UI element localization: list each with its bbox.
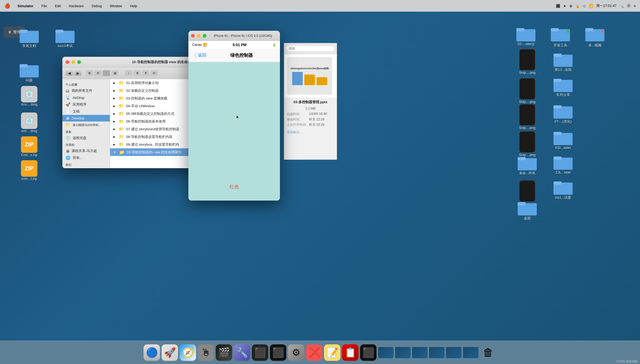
desktop-icon-wenti[interactable]: 问题 — [16, 62, 42, 83]
apple-menu-icon[interactable]: 🍎 — [4, 3, 10, 9]
dock-item-finder[interactable]: 🔵 — [144, 344, 160, 361]
desktop-icon-ios1-test[interactable]: ios1...试题 — [550, 179, 576, 200]
dock-item-desktop3[interactable] — [412, 347, 427, 358]
sidebar-item-tag-red[interactable]: 🔴 红色 — [62, 167, 110, 168]
menubar-file[interactable]: File — [40, 3, 49, 8]
window-minimize-btn[interactable] — [71, 60, 75, 64]
dock-item-quicktime[interactable]: 🎬 — [216, 344, 232, 361]
dock-item-paste[interactable]: 📋 — [342, 344, 358, 361]
folder-icon-3: 📁 — [119, 103, 124, 109]
sidebar-item-heima[interactable]: 📁 第13期黑马iOS学科... — [62, 122, 110, 128]
icon-label-zjl: ZJL...etail — [556, 170, 570, 174]
sidebar-item-apps[interactable]: 🚀 应用程序 — [62, 101, 110, 108]
desktop-icon-ksi[interactable]: KSI...aster — [550, 130, 576, 150]
dock-item-terminal2[interactable]: ⬛ — [360, 344, 377, 361]
lock-icon[interactable]: 🔒 — [576, 4, 580, 8]
desktop-icon-snip4[interactable]: Snip....png — [514, 131, 540, 157]
sidebar-section-favorites: 个人收藏 — [62, 81, 110, 87]
preview-search-input[interactable] — [286, 45, 335, 52]
menubar-hardware[interactable]: Hardware — [67, 3, 85, 8]
wifi-icon[interactable]: 📶 — [589, 4, 593, 8]
window-close-btn[interactable] — [66, 60, 69, 64]
dock-item-launchpad[interactable]: 🚀 — [162, 344, 178, 361]
menubar-app-name[interactable]: Simulator — [16, 3, 35, 8]
dock-item-desktop4[interactable] — [429, 347, 444, 358]
dock-item-sysprefs[interactable]: ⚙ — [288, 344, 304, 361]
ios-back-button[interactable]: 〈 返回 — [192, 52, 206, 59]
finder-sort-btn[interactable]: ↕ — [125, 70, 132, 76]
search-icon[interactable]: 🔍 — [620, 4, 624, 8]
finder-back-btn[interactable]: ◀ — [66, 71, 73, 76]
sidebar-label-course-share: 课程共享-马方超 — [72, 149, 97, 153]
sidebar-item-remote-disk[interactable]: 💿 远程光盘 — [62, 135, 110, 141]
menubar-window[interactable]: Window — [108, 3, 124, 8]
finder-action-btn[interactable]: ⚙ — [133, 70, 141, 76]
desktop-icon-chedan[interactable]: 车丹分享 — [550, 77, 576, 97]
dmg2-file-icon: 💿 — [21, 112, 37, 129]
sim-min-btn[interactable] — [197, 34, 201, 38]
desktop-icon-unnamed-folder[interactable]: 未命...件夹 — [514, 155, 540, 176]
icon-label-xcode-dmg: Xco....dmg — [21, 102, 37, 106]
preview-add-note-btn[interactable]: 添加标记... — [284, 129, 337, 136]
menubar-help[interactable]: Help — [128, 3, 139, 8]
remote-disk-icon: 💿 — [66, 136, 71, 140]
sidebar-item-all-shared[interactable]: 🌐 所有... — [62, 154, 110, 161]
screen-record-icon[interactable]: ⬛ — [556, 4, 560, 8]
sidebar-item-docs[interactable]: 📄 文稿 — [62, 108, 110, 115]
menubar-edit[interactable]: Edit — [53, 3, 62, 8]
finder-coverflow-btn[interactable]: ▤ — [111, 70, 119, 76]
dock-item-iterm2[interactable]: ⬛ — [252, 344, 268, 361]
dock-item-desktop5[interactable] — [446, 347, 461, 358]
sidebar-item-airdrop[interactable]: 📡 AirDrop — [62, 94, 110, 101]
desktop-icon-com-zip[interactable]: ZIP com...t.zip — [16, 160, 42, 181]
finder-share-btn[interactable]: ⬆ — [142, 70, 149, 76]
dock-item-xcode[interactable]: 🔧 — [234, 344, 250, 361]
desktop-icon-07-opt[interactable]: 07-...(优化) — [550, 103, 576, 124]
dock-item-trash[interactable]: 🗑 — [480, 344, 496, 361]
dock-item-safari[interactable]: 🧭 — [180, 344, 196, 361]
desktop-icon-xcode-dmg[interactable]: 💿 Xco....dmg — [16, 86, 42, 106]
finder-tag-btn[interactable]: 🏷 — [150, 70, 158, 76]
finder-forward-btn[interactable]: ▶ — [74, 71, 81, 76]
desktop-icon-no-video[interactable]: 未...视频 — [582, 26, 608, 48]
finder-list-view-btn[interactable]: ☰ — [94, 70, 102, 76]
icon-label-xmi-dmg: xmi....dmg — [21, 129, 37, 133]
desktop-icon-02-roller[interactable]: 02-...oller)) — [513, 26, 539, 46]
list-icon[interactable]: ≡ — [634, 4, 636, 8]
expand-icon-8: ▶ — [113, 143, 115, 146]
desktop-icon-zjl[interactable]: ZJL...etail — [550, 154, 576, 174]
desktop-icon-snip2[interactable]: Snip....png — [514, 78, 540, 104]
sidebar-item-course-share[interactable]: 🖥 课程共享-马方超 — [62, 148, 110, 154]
dock-item-notes[interactable]: 📝 — [324, 344, 340, 361]
preview-opened-value: 昨天 22:29 — [309, 123, 324, 127]
desktop-icon-cod-zip[interactable]: ZIP Cod...s.zip — [16, 136, 42, 157]
desktop-icon-devtools[interactable]: 开发工具 — [547, 26, 574, 48]
dock-item-xmind[interactable]: ❌ — [306, 344, 322, 361]
desktop-icon-13th-group[interactable]: 第13...业组 — [550, 51, 576, 72]
menubar-debug[interactable]: Debug — [90, 3, 103, 8]
desktop-icon-zhuomian[interactable]: 桌面 — [514, 200, 540, 221]
dock-item-terminal[interactable]: ⬛ — [270, 344, 286, 361]
desktop-icon-install-docs[interactable]: 安装文档 — [16, 28, 42, 48]
dock-item-desktop1[interactable] — [378, 347, 393, 358]
finder-icon-view-btn[interactable]: ⊞ — [86, 70, 93, 76]
desktop-icon-xmi-dmg[interactable]: 💿 xmi....dmg — [16, 112, 42, 133]
wifi-diamond-icon[interactable]: ◇ — [583, 4, 586, 8]
location-icon[interactable]: ➤ — [563, 4, 566, 8]
desktop-icon-ios13[interactable]: ios13考试 — [52, 28, 78, 48]
sidebar-item-desktop[interactable]: 🖥 Desktop — [62, 115, 110, 122]
preview-modified-row: 修改时间 昨天 22:29 — [287, 117, 334, 122]
dock-item-mouse[interactable]: 🖱 — [198, 344, 214, 361]
dock-item-desktop2[interactable] — [395, 347, 410, 358]
desktop-icon-snip3[interactable]: Snip....png — [514, 104, 540, 130]
sim-close-btn[interactable] — [191, 34, 195, 38]
sidebar-item-all-files[interactable]: 🗂 我的所有文件 — [62, 87, 110, 94]
iterm2-dock-icon: ⬛ — [254, 347, 266, 358]
window-maximize-btn[interactable] — [77, 60, 81, 64]
desktop-icon-iphone-thumb[interactable]: Snip....png — [514, 49, 540, 75]
dock-item-desktop6[interactable] — [463, 347, 478, 358]
finder-column-view-btn[interactable]: ⋮ — [103, 70, 110, 76]
airdrop-icon[interactable]: ⊕ — [569, 4, 572, 8]
sim-max-btn[interactable] — [203, 34, 206, 38]
siri-icon[interactable]: Ⓢ — [627, 3, 630, 8]
